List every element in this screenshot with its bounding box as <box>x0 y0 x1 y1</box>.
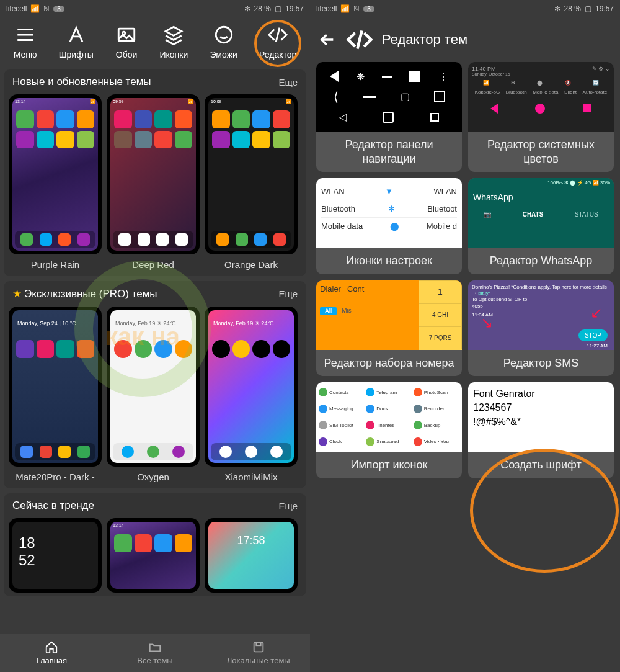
bluetooth-icon: ✻ <box>554 4 560 13</box>
top-nav: Меню Шрифты Обои Иконки Эможи Редактор <box>0 17 310 65</box>
theme-name: Oxygen <box>107 467 200 485</box>
more-link[interactable]: Еще <box>278 501 298 511</box>
battery-label: 28 % <box>254 4 271 13</box>
editor-grid: ❋⋮ ⟨▢ ◁ Редактор панели навигации 11:40 … <box>310 62 620 478</box>
more-link[interactable]: Еще <box>278 77 298 87</box>
nav-fonts[interactable]: Шрифты <box>59 24 94 60</box>
home-icon <box>45 640 58 654</box>
card-label: Создать шрифт <box>468 452 614 478</box>
nav-label: Иконки <box>159 50 188 60</box>
theme-name: XiaomiMiMix <box>205 467 298 485</box>
signal-icon: 📶 <box>340 4 350 13</box>
nfc-icon: ℕ <box>43 4 50 13</box>
theme-editor-screen: lifecell 📶 ℕ 3 ✻ 28 % ▢ 19:57 Редактор т… <box>310 0 620 672</box>
bluetooth-icon: ✻ <box>244 4 250 13</box>
star-icon: ★ <box>12 288 22 300</box>
theme-card[interactable]: Monday, Sep 24 | 10 °C Mate20Pro - Dark … <box>9 307 102 485</box>
nav-emoji[interactable]: Эможи <box>210 24 237 60</box>
nav-menu[interactable]: Меню <box>14 24 37 60</box>
preview: DialerCont AllMis 1 4 GHI 7 PQRS <box>316 280 462 350</box>
theme-card[interactable]: Monday, Feb 19 ☀ 24°C Oxygen <box>107 307 200 485</box>
card-sms-editor[interactable]: Domino's Pizzas! *Conditions apply. Tap … <box>468 280 614 377</box>
theme-card[interactable]: Monday, Feb 19 ☀ 24°C XiaomiMiMix <box>205 307 298 485</box>
card-label: Редактор WhatsApp <box>468 248 614 274</box>
preview: Font Genrator 1234567 !@#$%^&* <box>468 382 614 452</box>
layers-icon <box>162 24 185 46</box>
code-icon <box>267 24 289 46</box>
card-system-colors[interactable]: 11:40 PMSunday, October 15✎ ⚙ ⌄ 📶✻⬤🔇🔄 Ko… <box>468 62 614 172</box>
section-title: ★Эксклюзивные (PRO) темы <box>12 287 157 300</box>
status-bar: lifecell 📶 ℕ 3 ✻ 28 % ▢ 19:57 <box>310 0 620 17</box>
back-arrow-icon[interactable] <box>317 30 337 50</box>
theme-card[interactable]: 1852 <box>9 518 102 593</box>
svg-point-2 <box>216 27 232 43</box>
preview: Domino's Pizzas! *Conditions apply. Tap … <box>468 280 614 350</box>
section-trending: Сейчас в тренде Еще 1852 13:14 17:58 <box>4 493 306 596</box>
preview: WLAN▼WLAN Bluetooth✻Bluetoot Mobile data… <box>316 178 462 248</box>
section-pro-themes: ★Эксклюзивные (PRO) темы Еще Monday, Sep… <box>4 281 306 488</box>
card-label: Импорт иконок <box>316 452 462 478</box>
section-title: Сейчас в тренде <box>12 500 94 512</box>
nav-label: Редактор <box>259 50 296 60</box>
nav-editor[interactable]: Редактор <box>259 24 296 60</box>
code-icon <box>346 26 373 53</box>
preview: ContactsTelegramPhotoScanMessagingDocsRe… <box>316 382 462 452</box>
section-new-themes: Новые и обновленные темы Еще 13:14📶 Purp… <box>4 69 306 276</box>
image-icon <box>115 24 138 46</box>
save-icon <box>252 640 265 654</box>
theme-name: Deep Red <box>107 254 200 272</box>
folder-icon <box>148 640 162 654</box>
nav-label: Меню <box>14 50 37 60</box>
battery-label: 28 % <box>564 4 581 13</box>
theme-name: Purple Rain <box>9 254 102 272</box>
bottom-nav-all[interactable]: Все темы <box>104 634 207 672</box>
theme-card[interactable]: 17:58 <box>205 518 298 593</box>
card-label: Редактор SMS <box>468 350 614 377</box>
badge: 3 <box>363 6 374 12</box>
page-title: Редактор тем <box>382 32 467 48</box>
bottom-nav-local[interactable]: Локальные темы <box>206 634 310 672</box>
badge: 3 <box>53 6 64 12</box>
card-whatsapp-editor[interactable]: 166B/s ✻ ⬤ ⚡ 4G 📶 35% WhatsApp 📷CHATSSTA… <box>468 178 614 274</box>
preview: 11:40 PMSunday, October 15✎ ⚙ ⌄ 📶✻⬤🔇🔄 Ko… <box>468 62 614 132</box>
theme-name: Mate20Pro - Dark - <box>9 467 102 485</box>
theme-card[interactable]: 13:14📶 Purple Rain <box>9 94 102 272</box>
nav-label: Обои <box>116 50 138 60</box>
card-label: Редактор панели навигации <box>316 132 462 172</box>
clock-label: 19:57 <box>595 4 614 13</box>
svg-rect-3 <box>254 643 263 652</box>
smile-icon <box>213 24 235 46</box>
theme-card[interactable]: 13:14 <box>107 518 200 593</box>
more-link[interactable]: Еще <box>278 289 298 299</box>
editor-header: Редактор тем <box>310 17 620 62</box>
card-nav-editor[interactable]: ❋⋮ ⟨▢ ◁ Редактор панели навигации <box>316 62 462 172</box>
nav-label: Локальные темы <box>227 656 290 665</box>
bottom-nav: Главная Все темы Локальные темы <box>0 634 310 672</box>
nav-label: Все темы <box>137 656 172 665</box>
clock-label: 19:57 <box>285 4 304 13</box>
preview: ❋⋮ ⟨▢ ◁ <box>316 62 462 132</box>
card-create-font[interactable]: Font Genrator 1234567 !@#$%^&* Создать ш… <box>468 382 614 478</box>
card-label: Редактор набора номера <box>316 350 462 377</box>
preview: 166B/s ✻ ⬤ ⚡ 4G 📶 35% WhatsApp 📷CHATSSTA… <box>468 178 614 248</box>
bottom-nav-home[interactable]: Главная <box>0 634 104 672</box>
themes-home-screen: lifecell 📶 ℕ 3 ✻ 28 % ▢ 19:57 Меню Шрифт… <box>0 0 310 672</box>
menu-icon <box>14 24 37 46</box>
theme-card[interactable]: 10:08📶 Orange Dark <box>205 94 298 272</box>
signal-icon: 📶 <box>30 4 40 13</box>
card-label: Редактор системных цветов <box>468 132 614 172</box>
nav-label: Эможи <box>210 50 237 60</box>
card-import-icons[interactable]: ContactsTelegramPhotoScanMessagingDocsRe… <box>316 382 462 478</box>
status-bar: lifecell 📶 ℕ 3 ✻ 28 % ▢ 19:57 <box>0 0 310 17</box>
font-icon <box>65 24 87 46</box>
nfc-icon: ℕ <box>353 4 360 13</box>
card-dialer-editor[interactable]: DialerCont AllMis 1 4 GHI 7 PQRS Редакто… <box>316 280 462 377</box>
battery-icon: ▢ <box>585 4 591 13</box>
card-label: Иконки настроек <box>316 248 462 274</box>
nav-label: Шрифты <box>59 50 94 60</box>
nav-wallpapers[interactable]: Обои <box>115 24 138 60</box>
svg-rect-4 <box>256 643 260 646</box>
nav-icons[interactable]: Иконки <box>159 24 188 60</box>
theme-card[interactable]: 09:59📶 Deep Red <box>107 94 200 272</box>
card-settings-icons[interactable]: WLAN▼WLAN Bluetooth✻Bluetoot Mobile data… <box>316 178 462 274</box>
